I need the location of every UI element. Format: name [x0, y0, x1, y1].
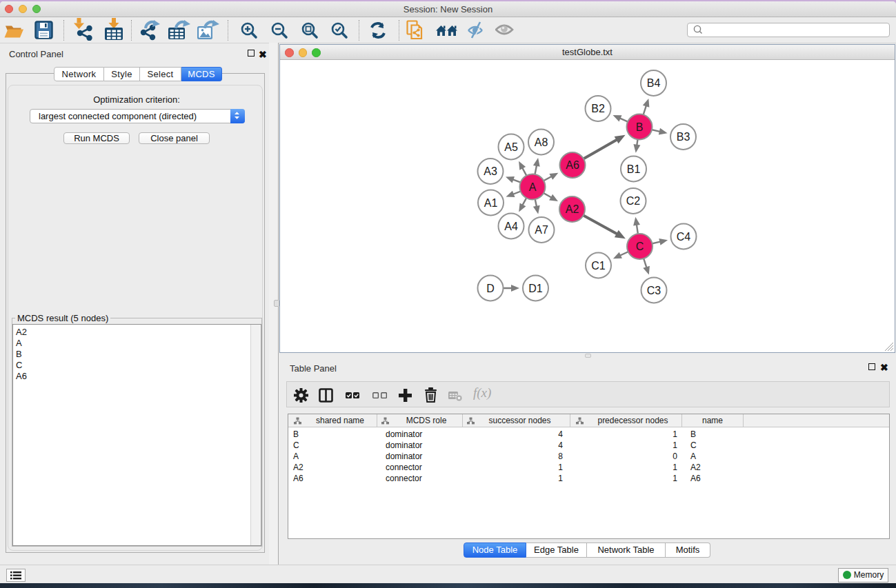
svg-text:A5: A5	[504, 141, 518, 153]
svg-text:A4: A4	[504, 221, 518, 232]
svg-text:A8: A8	[535, 136, 548, 148]
svg-text:B1: B1	[627, 163, 641, 175]
svg-text:A7: A7	[535, 224, 548, 236]
svg-text:C3: C3	[647, 285, 661, 296]
svg-text:B4: B4	[647, 77, 661, 89]
svg-text:D1: D1	[528, 283, 543, 294]
svg-text:C1: C1	[591, 260, 606, 272]
svg-text:A2: A2	[566, 203, 579, 215]
svg-text:C4: C4	[677, 231, 691, 243]
svg-text:A6: A6	[566, 159, 579, 171]
svg-text:C: C	[636, 241, 644, 252]
svg-text:A3: A3	[484, 165, 497, 177]
svg-text:C2: C2	[626, 195, 641, 207]
svg-text:A1: A1	[484, 197, 498, 209]
svg-text:D: D	[486, 283, 495, 294]
svg-text:A: A	[529, 181, 537, 193]
svg-text:B: B	[636, 121, 644, 133]
svg-text:B2: B2	[591, 103, 605, 114]
svg-text:B3: B3	[677, 131, 690, 143]
